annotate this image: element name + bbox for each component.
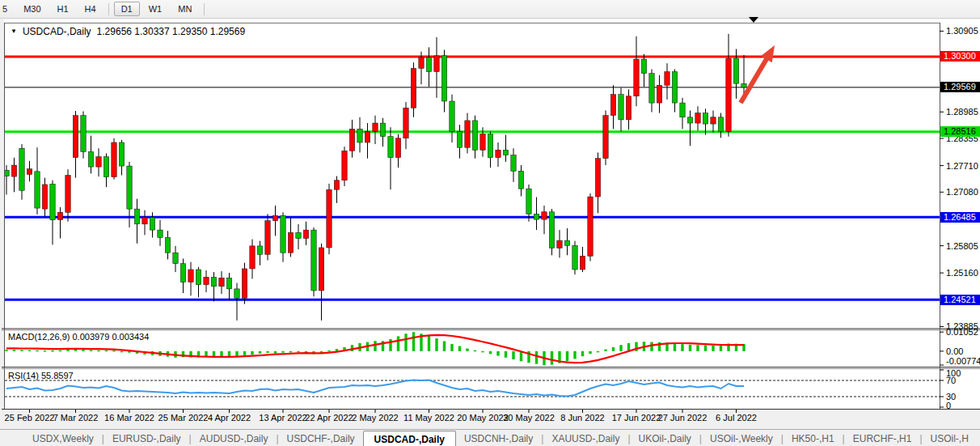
date-axis-label: 13 Apr 2022 — [259, 413, 306, 423]
price-badge: 1.26485 — [940, 212, 980, 223]
tab-eurchf-h1[interactable]: EURCHF-,H1 — [845, 430, 920, 446]
date-axis-label: 8 Jun 2022 — [560, 413, 604, 423]
price-badge: 1.29569 — [940, 82, 980, 92]
rsi-panel — [5, 380, 940, 397]
chart-canvas[interactable] — [0, 0, 980, 446]
date-axis-label: 11 May 2022 — [403, 413, 454, 423]
date-axis-label: 2 May 2022 — [352, 413, 398, 423]
date-axis-label: 25 Mar 2022 — [158, 413, 209, 423]
price-tick-label: 1.30905 — [946, 27, 978, 36]
tab-xauusd-daily[interactable]: XAUUSD-,Daily — [543, 430, 627, 446]
date-axis-label: 20 May 2022 — [457, 413, 509, 423]
down-triangle-marker[interactable] — [749, 17, 758, 23]
tab-scroll-buttons: ◄► — [977, 430, 980, 446]
macd-axis-label: -0.007744 — [946, 357, 980, 366]
tab-usdchf-daily[interactable]: USDCHF-,Daily — [279, 430, 363, 446]
trend-arrow-annotation[interactable] — [741, 45, 775, 103]
date-axis-label: 6 Jul 2022 — [716, 413, 757, 423]
chart-ohlc-values: 1.29656 1.30337 1.29350 1.29569 — [97, 26, 246, 37]
price-badge: 1.30300 — [940, 51, 980, 62]
date-axis-label: 25 Feb 2022 — [5, 413, 55, 423]
date-axis-label: 17 Jun 2022 — [612, 413, 661, 423]
price-badge: 1.28516 — [940, 126, 980, 137]
tabbar-lead-space — [0, 430, 24, 446]
macd-axis-label: 0.01052 — [946, 328, 978, 337]
tab-eurusd-daily[interactable]: EURUSD-,Daily — [104, 430, 189, 446]
tab-usoil-weekly[interactable]: USOil-,Weekly — [702, 430, 781, 446]
date-axis-label: 7 Mar 2022 — [53, 413, 99, 423]
rsi-axis-label: 70 — [946, 376, 956, 385]
chart-dropdown-icon[interactable]: ▼ — [11, 28, 17, 35]
tab-hk50-h1[interactable]: HK50-,H1 — [784, 430, 843, 446]
chart-title: ▼ USDCAD-,Daily 1.29656 1.30337 1.29350 … — [11, 26, 245, 37]
macd-indicator-label: MACD(12,26,9) 0.003979 0.003434 — [8, 332, 149, 342]
candles-layer[interactable] — [4, 34, 746, 321]
price-tick-label: 1.28985 — [946, 108, 978, 117]
price-tick-label: 1.27080 — [946, 188, 978, 197]
price-tick-label: 1.25160 — [946, 269, 978, 278]
price-tick-label: 1.27710 — [946, 162, 978, 171]
date-axis-label: 4 Apr 2022 — [208, 413, 251, 423]
tab-usoil-h[interactable]: USOil-,H — [923, 430, 977, 446]
tab-usdx-weekly[interactable]: USDX,Weekly — [24, 430, 102, 446]
rsi-axis-label: 0 — [946, 401, 951, 410]
tab-ukoil-daily[interactable]: UKOil-,Daily — [631, 430, 699, 446]
chart-symbol-label: USDCAD-,Daily — [23, 26, 91, 37]
tab-audusd-daily[interactable]: AUDUSD-,Daily — [192, 430, 277, 446]
rsi-line — [6, 380, 744, 397]
horizontal-level-lines[interactable] — [5, 57, 940, 299]
tab-usdcad-daily[interactable]: USDCAD-,Daily — [363, 431, 456, 446]
date-axis-label: 22 Apr 2022 — [305, 413, 353, 423]
rsi-indicator-label: RSI(14) 55.8597 — [8, 371, 74, 380]
date-axis-label: 30 May 2022 — [503, 413, 555, 423]
date-axis-label: 16 Mar 2022 — [104, 413, 154, 423]
macd-axis-label: 0.00 — [946, 347, 963, 356]
tab-usdcnh-daily[interactable]: USDCNH-,Daily — [456, 430, 541, 446]
price-badge: 1.24521 — [940, 295, 980, 305]
symbol-tabbar: USDX,Weekly|EURUSD-,Daily|AUDUSD-,Daily|… — [0, 429, 980, 446]
price-tick-label: 1.25805 — [946, 242, 978, 251]
mt4-chart-screen: { "toolbar": { "partial_button": "5", "t… — [0, 0, 980, 446]
date-axis-label: 27 Jun 2022 — [658, 413, 708, 423]
